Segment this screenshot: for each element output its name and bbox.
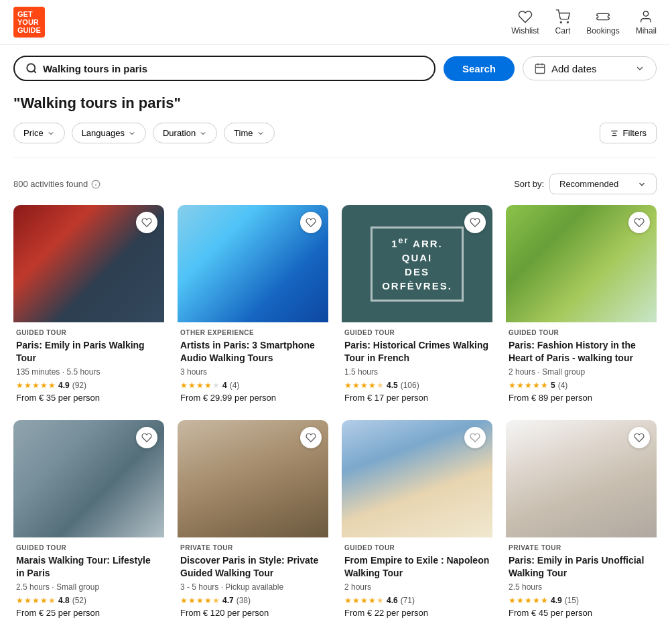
card-3-rating: ★★★★★ 4.5 (106) [344,381,490,390]
card-3-wishlist[interactable] [464,212,486,233]
svg-point-0 [560,21,561,23]
card-8-duration: 2.5 hours [509,582,654,592]
card-2[interactable]: OTHER EXPERIENCE Artists in Paris: 3 Sma… [178,205,328,407]
card-6-body: PRIVATE TOUR Discover Paris in Style: Pr… [178,537,328,622]
card-8-rating-num: 4.9 [551,596,562,605]
card-1-rating: ★★★★★ 4.9 (92) [16,381,161,390]
card-3-image: 1er ARR.QUAIDESORFÈVRES. [342,205,492,322]
svg-point-2 [644,11,649,15]
duration-filter[interactable]: Duration [153,123,217,143]
card-8[interactable]: PRIVATE TOUR Paris: Emily in Paris Unoff… [506,420,657,622]
card-2-reviews: (4) [230,381,240,390]
price-filter[interactable]: Price [13,123,65,143]
cart-icon [555,9,570,24]
card-2-image [178,205,328,322]
divider [13,157,657,157]
search-button[interactable]: Search [444,56,515,81]
heart-icon [470,217,480,228]
search-icon [25,62,38,74]
all-filters-button[interactable]: Filters [600,123,657,143]
card-5-title: Marais Walking Tour: Lifestyle in Paris [16,554,161,580]
card-1-stars: ★★★★★ [16,381,56,390]
card-8-price: From € 45 per person [509,608,654,618]
card-4-type: GUIDED TOUR [509,329,654,336]
svg-rect-5 [535,64,545,74]
card-4[interactable]: GUIDED TOUR Paris: Fashion History in th… [506,205,657,407]
card-8-title: Paris: Emily in Paris Unofficial Walking… [509,554,654,580]
time-filter[interactable]: Time [224,123,274,143]
card-5-rating: ★★★★★ 4.8 (52) [16,596,161,605]
card-1-price: From € 35 per person [16,393,161,403]
bookings-label: Bookings [586,26,619,36]
sliders-icon [610,129,619,138]
card-2-rating: ★★★★★ 4 (4) [180,381,326,390]
chevron-down-icon [47,129,55,137]
cart-nav[interactable]: Cart [555,9,571,36]
card-8-wishlist[interactable] [628,427,650,448]
card-4-price: From € 89 per person [509,393,654,403]
sort-label: Sort by: [514,179,544,189]
user-icon [639,9,653,24]
card-6-stars: ★★★★★ [180,596,220,605]
card-6-title: Discover Paris in Style: Private Guided … [180,554,326,580]
card-7[interactable]: GUIDED TOUR From Empire to Exile : Napol… [342,420,492,622]
sort-select[interactable]: Recommended [549,174,657,194]
card-1-reviews: (92) [72,381,86,390]
card-6-price: From € 120 per person [180,608,326,618]
card-3-title: Paris: Historical Crimes Walking Tour in… [344,339,490,365]
card-8-rating: ★★★★★ 4.9 (15) [509,596,654,605]
heart-icon [518,9,533,24]
logo-box: GET YOUR GUIDE [13,7,45,38]
filters-right: Filters [600,123,657,143]
card-7-rating: ★★★★★ 4.6 (71) [344,596,490,605]
chevron-down-icon [257,129,265,137]
card-8-image [506,420,657,537]
card-5[interactable]: GUIDED TOUR Marais Walking Tour: Lifesty… [13,420,164,622]
card-3-rating-num: 4.5 [387,381,398,390]
card-4-wishlist[interactable] [628,212,650,233]
card-8-body: PRIVATE TOUR Paris: Emily in Paris Unoff… [506,537,657,622]
card-2-body: OTHER EXPERIENCE Artists in Paris: 3 Sma… [178,322,328,407]
card-6-wishlist[interactable] [300,427,322,448]
card-6-rating: ★★★★★ 4.7 (38) [180,596,326,605]
date-picker[interactable]: Add dates [523,56,657,80]
card-1-wishlist[interactable] [136,212,157,233]
heart-icon [634,217,645,228]
wishlist-nav[interactable]: Wishlist [511,9,539,36]
card-6-reviews: (38) [237,596,251,605]
card-3-type: GUIDED TOUR [344,329,490,336]
card-2-wishlist[interactable] [300,212,322,233]
card-6[interactable]: PRIVATE TOUR Discover Paris in Style: Pr… [178,420,328,622]
card-4-title: Paris: Fashion History in the Heart of P… [509,339,654,365]
card-4-stars: ★★★★★ [509,381,548,390]
calendar-icon [534,62,546,74]
card-2-type: OTHER EXPERIENCE [180,329,326,336]
search-input[interactable] [43,63,423,74]
card-3-duration: 1.5 hours [344,367,490,377]
card-3[interactable]: 1er ARR.QUAIDESORFÈVRES. GUIDED TOUR Par… [342,205,492,407]
results-count: 800 activities found [13,179,100,189]
account-nav[interactable]: Mihail [636,9,657,36]
card-5-rating-num: 4.8 [58,596,70,605]
languages-filter[interactable]: Languages [72,123,146,143]
card-1[interactable]: GUIDED TOUR Paris: Emily in Paris Walkin… [13,205,164,407]
card-5-wishlist[interactable] [136,427,157,448]
card-4-body: GUIDED TOUR Paris: Fashion History in th… [506,322,657,407]
account-label: Mihail [636,26,657,36]
chevron-down-icon [199,129,207,137]
card-2-stars: ★★★★★ [180,381,220,390]
card-3-stars: ★★★★★ [344,381,384,390]
card-1-duration: 135 minutes · 5.5 hours [16,367,161,377]
logo[interactable]: GET YOUR GUIDE [13,7,45,38]
card-7-type: GUIDED TOUR [344,544,490,552]
card-7-reviews: (71) [401,596,415,605]
heart-icon [141,432,152,443]
bookings-nav[interactable]: Bookings [586,9,619,36]
card-8-type: PRIVATE TOUR [509,544,654,552]
card-6-image [178,420,328,537]
card-2-duration: 3 hours [180,367,326,377]
sort-bar: Sort by: Recommended [514,174,657,194]
search-bar-container [13,56,436,81]
chevron-down-icon [637,180,647,189]
card-7-wishlist[interactable] [464,427,486,448]
